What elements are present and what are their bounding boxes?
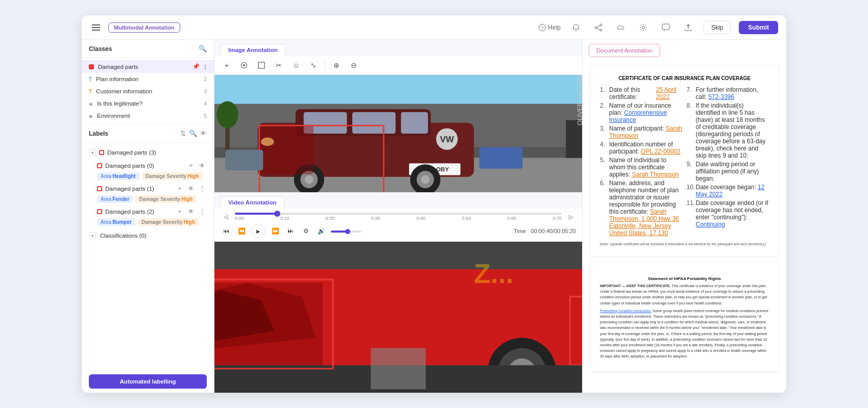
classes-title: Classes xyxy=(89,45,199,53)
tag-area-headlight: Area Headlight xyxy=(97,172,139,180)
toolbar-zoom-out[interactable]: ⊖ xyxy=(348,59,360,71)
label-2-more[interactable]: ⋮ xyxy=(198,207,207,216)
video-image-area[interactable]: Z... xyxy=(214,242,582,393)
toolbar-smiley[interactable]: ☺ xyxy=(290,59,302,71)
timeline-track[interactable] xyxy=(235,213,562,215)
svg-point-10 xyxy=(243,64,245,66)
class-type-T2: T xyxy=(89,89,92,94)
classifications-expand[interactable]: + xyxy=(89,232,96,239)
toolbar-rectangle[interactable] xyxy=(255,59,268,71)
label-0-add[interactable]: + xyxy=(186,161,196,170)
timeline-progress xyxy=(235,213,277,215)
doc-field-2: 2. Name of our insurance plan: Comprehen… xyxy=(600,102,683,123)
classifications-row[interactable]: + Classifications (0) xyxy=(82,228,214,243)
labels-view-icon[interactable]: 👁 xyxy=(200,130,207,137)
timeline-thumb[interactable] xyxy=(274,211,280,217)
doc-fields-left: 1. Date of this certificate: 25 April 20… xyxy=(600,86,683,238)
tab-image-annotation[interactable]: Image Annotation xyxy=(221,44,285,56)
tag-damage-severity-0: Damage Severity High xyxy=(142,172,203,180)
label-2-eye[interactable]: 👁 xyxy=(186,207,196,216)
hipaa-important: IMPORTANT — KEEP THIS CERTIFICATE. This … xyxy=(600,283,769,306)
cloud-button[interactable] xyxy=(614,20,628,35)
toolbar-expand[interactable]: ⤡ xyxy=(307,59,320,71)
timeline-marks: 0:00 0:10 0:20 0:30 0:40 0:50 0:60 0:70 xyxy=(235,216,562,221)
label-color-box xyxy=(99,150,104,155)
doc-field-6: 6. Name, address, and telephone number o… xyxy=(600,180,683,237)
label-item-0-header: Damaged parts (0) + 👁 xyxy=(97,161,207,170)
label-0-eye[interactable]: 👁 xyxy=(198,161,207,170)
hipaa-paragraph-1: Preexisting condition exclusions. Some g… xyxy=(600,308,769,360)
tag-damage-severity-2: Damage Severity High xyxy=(138,218,199,226)
submit-button[interactable]: Submit xyxy=(739,21,778,34)
prev-frame-btn[interactable]: ⏮ xyxy=(221,225,232,237)
classifications-label: Classifications (0) xyxy=(100,233,207,239)
label-group-damaged-parts-3[interactable]: + Damaged parts (3) xyxy=(82,146,214,159)
svg-rect-38 xyxy=(479,147,523,168)
svg-rect-18 xyxy=(566,120,582,158)
class-item-customer-information[interactable]: T Customer information 3 xyxy=(82,85,214,97)
help-button[interactable]: ? Help xyxy=(539,24,561,31)
label-1-add[interactable]: + xyxy=(175,184,184,193)
class-name-customer-info: Customer information xyxy=(96,88,200,94)
app-wrapper: Multimodal Annotation ? Help xyxy=(0,0,868,408)
step-fwd-btn[interactable]: ⏩ xyxy=(270,225,281,237)
labels-search-icon[interactable]: 🔍 xyxy=(189,130,197,137)
label-0-name: Damaged parts (0) xyxy=(105,163,183,169)
class-type-diamond1: ◈ xyxy=(89,101,93,107)
label-2-box xyxy=(97,209,102,214)
chat-button[interactable] xyxy=(659,20,673,35)
main-window: Multimodal Annotation ? Help xyxy=(82,15,786,393)
automated-labelling-button[interactable]: Automated labelling xyxy=(89,374,207,389)
image-annotation-section: Image Annotation + xyxy=(214,40,582,192)
svg-text:?: ? xyxy=(541,26,544,31)
cloud-icon xyxy=(617,23,625,32)
settings-button[interactable] xyxy=(636,20,650,35)
class-item-plan-information[interactable]: T Plan information 2 xyxy=(82,73,214,85)
toolbar-zoom-in[interactable]: ⊕ xyxy=(330,59,343,71)
label-2-add[interactable]: + xyxy=(175,207,184,216)
class-number-3: 3 xyxy=(204,88,207,94)
play-btn[interactable]: ▶ xyxy=(251,224,266,238)
label-1-eye[interactable]: 👁 xyxy=(186,184,196,193)
doc-title: CERTIFICATE OF CAR INSURANCE PLAN COVERA… xyxy=(600,75,769,81)
export-button[interactable] xyxy=(681,20,695,35)
step-back-btn[interactable]: ⏪ xyxy=(236,225,247,237)
next-frame-btn[interactable]: ⏭ xyxy=(285,225,296,237)
svg-text:VW: VW xyxy=(440,135,454,144)
skip-button[interactable]: Skip xyxy=(704,21,731,34)
label-1-more[interactable]: ⋮ xyxy=(198,184,207,193)
volume-slider[interactable] xyxy=(331,231,361,233)
tab-document-annotation[interactable]: Document Annotation xyxy=(589,44,660,57)
mark-4: 0:40 xyxy=(417,216,426,221)
toolbar-select[interactable] xyxy=(238,59,250,71)
classes-search-icon[interactable]: 🔍 xyxy=(199,45,207,53)
label-item-1: Damaged parts (1) + 👁 ⋮ Area Fender Dama… xyxy=(82,182,214,205)
document-page-1: CERTIFICATE OF CAR INSURANCE PLAN COVERA… xyxy=(591,65,778,256)
image-annotation-area[interactable]: OLIVER JACOBS VW xyxy=(214,75,582,192)
toolbar-scissors[interactable]: ✂ xyxy=(273,59,285,71)
settings-btn[interactable]: ⚙ xyxy=(300,225,311,237)
notifications-button[interactable] xyxy=(569,20,583,35)
class-name-environment: Environment xyxy=(97,113,200,119)
label-1-actions: + 👁 ⋮ xyxy=(175,184,207,193)
expand-icon[interactable]: + xyxy=(89,149,96,156)
doc-field-1: 1. Date of this certificate: 25 April 20… xyxy=(600,86,683,100)
toolbar-add[interactable]: + xyxy=(221,59,233,71)
class-name-plan-info: Plan information xyxy=(96,76,200,82)
doc-field-7: 7. For further information, call: 572-33… xyxy=(687,86,769,100)
timeline-prev[interactable]: ◁ xyxy=(221,212,231,222)
hamburger-menu[interactable] xyxy=(90,22,102,33)
class-item-environment[interactable]: ◈ Environment 5 xyxy=(82,110,214,122)
classes-header: Classes 🔍 xyxy=(82,40,214,58)
doc-fields-container: 1. Date of this certificate: 25 April 20… xyxy=(600,86,769,238)
gear-icon xyxy=(639,23,647,32)
mark-0: 0:00 xyxy=(235,216,244,221)
sort-icon[interactable]: ⇅ xyxy=(180,130,186,137)
volume-btn[interactable]: 🔊 xyxy=(316,225,327,237)
share-button[interactable] xyxy=(591,20,606,35)
timeline-expand[interactable]: ▷ xyxy=(566,212,576,222)
tab-video-annotation[interactable]: Video Annotation xyxy=(221,196,284,209)
class-item-damaged-parts[interactable]: Damaged parts 📌 1 xyxy=(82,60,214,73)
class-item-legitimate[interactable]: ◈ Is this legitimate? 4 xyxy=(82,97,214,110)
label-2-tags: Area Bumper Damage Severity High xyxy=(97,218,207,226)
